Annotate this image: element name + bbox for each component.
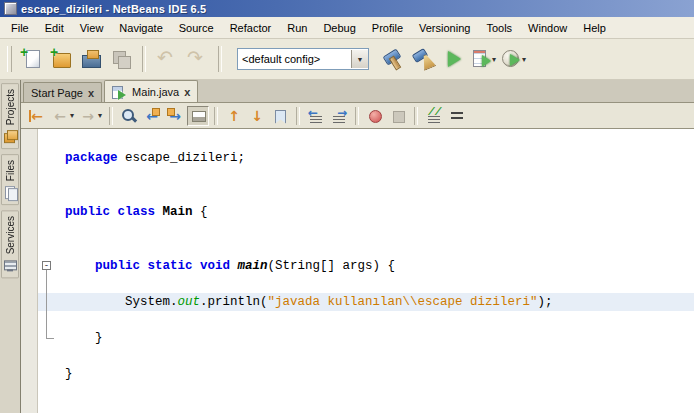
- close-icon[interactable]: x: [88, 88, 94, 98]
- stop-macro-icon: [389, 107, 407, 125]
- code-token: out: [178, 295, 201, 309]
- toolbar-separator: [218, 46, 222, 72]
- menu-tools[interactable]: Tools: [478, 19, 520, 37]
- code-token: System.: [65, 295, 178, 309]
- code-token: escape_dizileri;: [118, 151, 246, 165]
- code-token: public static void: [95, 259, 238, 273]
- run-icon: [441, 47, 465, 71]
- menu-profile[interactable]: Profile: [364, 19, 411, 37]
- menu-navigate[interactable]: Navigate: [111, 19, 170, 37]
- last-edit-position-button[interactable]: [26, 106, 48, 126]
- hammer-icon: [381, 47, 405, 71]
- config-selector[interactable]: <default config>▼: [237, 48, 369, 70]
- code-token: .println(: [200, 295, 268, 309]
- code-token: public class: [65, 205, 163, 219]
- sidebar-tab-label: Services: [5, 216, 16, 254]
- menu-debug[interactable]: Debug: [315, 19, 363, 37]
- code-token: main: [238, 259, 268, 273]
- menu-versioning[interactable]: Versioning: [411, 19, 478, 37]
- hammer-broom-icon: [411, 47, 435, 71]
- sidebar-tab-services[interactable]: Services: [1, 210, 19, 278]
- editor-area: package escape_dizileri;public class Mai…: [21, 129, 694, 413]
- find-next-button[interactable]: [164, 106, 186, 126]
- toolbar-drag-handle: [7, 46, 12, 72]
- comment-button[interactable]: [423, 106, 445, 126]
- previous-bookmark-button[interactable]: [223, 106, 245, 126]
- tab-label: Main.java: [132, 86, 179, 98]
- back-button: ▾: [49, 106, 76, 126]
- menu-run[interactable]: Run: [279, 19, 315, 37]
- code-line: public class Main {: [38, 203, 694, 221]
- next-bookmark-button[interactable]: [246, 106, 268, 126]
- menu-window[interactable]: Window: [520, 19, 575, 37]
- close-icon[interactable]: x: [184, 87, 190, 97]
- record-macro-icon: [366, 107, 384, 125]
- open-project-button[interactable]: [77, 45, 105, 73]
- new-file-button[interactable]: [17, 45, 45, 73]
- code-token: [65, 259, 95, 273]
- toggle-bookmark-icon: [271, 107, 289, 125]
- fold-guide-line: [46, 270, 47, 338]
- fold-collapse-toggle[interactable]: -: [42, 261, 51, 270]
- highlight-icon: [189, 107, 207, 125]
- toolbar-separator: [214, 107, 218, 125]
- tab-main-java[interactable]: Main.javax: [104, 80, 198, 102]
- find-selection-button[interactable]: [118, 106, 140, 126]
- clean-build-button[interactable]: [409, 45, 437, 73]
- code-line: [38, 311, 694, 329]
- code-token: );: [538, 295, 553, 309]
- code-line: [38, 221, 694, 239]
- profile-icon: [500, 47, 521, 71]
- shift-line-left-button[interactable]: [305, 106, 327, 126]
- menu-file[interactable]: File: [3, 19, 37, 37]
- files-icon: [3, 185, 17, 199]
- menu-view[interactable]: View: [72, 19, 112, 37]
- chevron-down-icon[interactable]: ▾: [70, 111, 74, 120]
- find-next-icon: [166, 107, 184, 125]
- find-previous-button[interactable]: [141, 106, 163, 126]
- new-project-button[interactable]: [47, 45, 75, 73]
- shift-line-right-button[interactable]: [328, 106, 350, 126]
- code-token: }: [65, 367, 73, 381]
- menu-help[interactable]: Help: [575, 19, 614, 37]
- save-all-button: [107, 45, 135, 73]
- code-line: public static void main(String[] args) {: [38, 257, 694, 275]
- chevron-down-icon[interactable]: ▾: [492, 55, 496, 64]
- code-line: [38, 185, 694, 203]
- uncomment-icon: [448, 107, 466, 125]
- forward-button: ▾: [77, 106, 104, 126]
- menu-edit[interactable]: Edit: [37, 19, 72, 37]
- toggle-highlight-button[interactable]: [187, 106, 209, 126]
- forward-icon: [79, 107, 97, 125]
- toggle-bookmark-button[interactable]: [269, 106, 291, 126]
- sidebar-tab-label: Files: [5, 160, 16, 181]
- menu-refactor[interactable]: Refactor: [222, 19, 280, 37]
- code-editor[interactable]: package escape_dizileri;public class Mai…: [38, 129, 694, 413]
- code-line: [38, 275, 694, 293]
- code-token: Main: [163, 205, 193, 219]
- window-title: escape_dizileri - NetBeans IDE 6.5: [21, 3, 206, 15]
- run-button[interactable]: [439, 45, 467, 73]
- comment-icon: [425, 107, 443, 125]
- config-selector-dropdown-button[interactable]: ▼: [351, 50, 368, 68]
- chevron-down-icon[interactable]: ▾: [98, 111, 102, 120]
- titlebar: escape_dizileri - NetBeans IDE 6.5: [0, 0, 694, 17]
- code-line: System.out.println("javada kullanılan\\e…: [38, 293, 694, 311]
- editor-tabstrip: Start PagexMain.javax: [21, 80, 694, 103]
- code-line: }: [38, 365, 694, 383]
- uncomment-button[interactable]: [446, 106, 468, 126]
- build-button[interactable]: [379, 45, 407, 73]
- toolbar-separator: [355, 107, 359, 125]
- sidebar-tab-projects[interactable]: Projects: [1, 83, 19, 149]
- start-macro-recording-button[interactable]: [364, 106, 386, 126]
- code-token: (String[] args) {: [268, 259, 396, 273]
- tab-start-page[interactable]: Start Pagex: [23, 82, 102, 102]
- debug-button[interactable]: ▾: [469, 45, 497, 73]
- find-prev-icon: [143, 107, 161, 125]
- profile-button[interactable]: ▾: [499, 45, 527, 73]
- netbeans-cube-icon: [4, 2, 17, 15]
- menu-source[interactable]: Source: [171, 19, 222, 37]
- code-line: package escape_dizileri;: [38, 149, 694, 167]
- sidebar-tab-files[interactable]: Files: [1, 154, 19, 205]
- chevron-down-icon[interactable]: ▾: [522, 55, 526, 64]
